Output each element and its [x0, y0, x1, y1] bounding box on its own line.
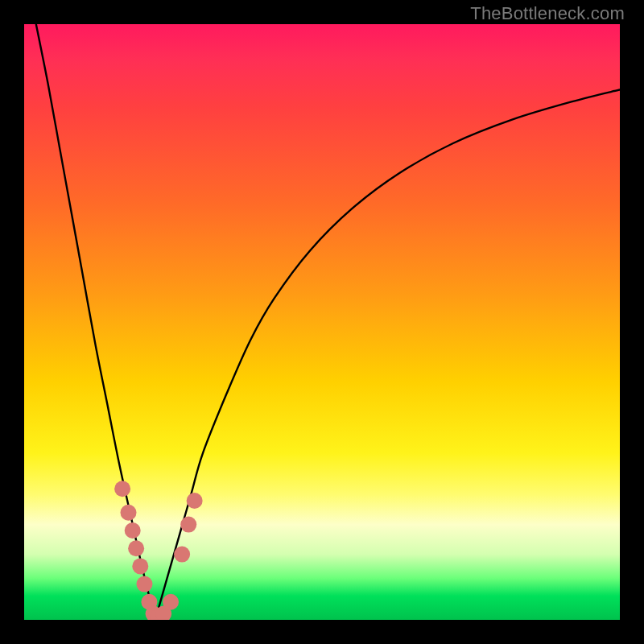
data-marker — [136, 576, 152, 592]
data-marker — [114, 481, 130, 497]
chart-svg — [24, 24, 620, 620]
data-marker — [132, 558, 148, 574]
data-marker — [128, 540, 144, 556]
data-marker — [163, 594, 179, 610]
curve-right-branch — [155, 89, 620, 620]
watermark-text: TheBottleneck.com — [470, 3, 625, 24]
plot-area — [24, 24, 620, 620]
data-marker — [121, 505, 137, 521]
data-marker — [174, 547, 190, 563]
data-marker — [187, 493, 203, 509]
outer-frame: TheBottleneck.com — [0, 0, 644, 644]
data-marker — [125, 522, 141, 539]
data-marker — [180, 517, 196, 533]
